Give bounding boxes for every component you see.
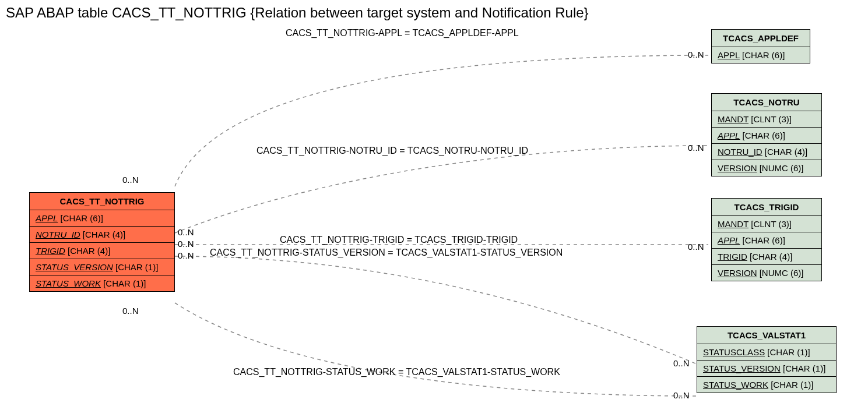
entity-tcacs-valstat1: TCACS_VALSTAT1 STATUSCLASS [CHAR (1)] ST… (697, 326, 837, 393)
cardinality-label: 0..N (122, 175, 139, 185)
entity-tcacs-trigid: TCACS_TRIGID MANDT [CLNT (3)] APPL [CHAR… (711, 198, 822, 281)
relation-label: CACS_TT_NOTTRIG-STATUS_VERSION = TCACS_V… (210, 248, 563, 258)
entity-main-header: CACS_TT_NOTTRIG (30, 193, 174, 210)
relation-label: CACS_TT_NOTTRIG-APPL = TCACS_APPLDEF-APP… (286, 28, 519, 38)
cardinality-label: 0..N (688, 143, 704, 153)
relation-label: CACS_TT_NOTTRIG-TRIGID = TCACS_TRIGID-TR… (280, 235, 518, 245)
entity-main: CACS_TT_NOTTRIG APPL [CHAR (6)] NOTRU_ID… (29, 192, 175, 292)
entity-field: STATUS_WORK [CHAR (1)] (30, 275, 174, 291)
entity-header: TCACS_NOTRU (712, 94, 821, 111)
entity-field: MANDT [CLNT (3)] (712, 216, 821, 232)
entity-field: STATUS_VERSION [CHAR (1)] (697, 361, 836, 377)
entity-field: APPL [CHAR (6)] (712, 232, 821, 249)
cardinality-label: 0..N (688, 242, 704, 252)
cardinality-label: 0..N (122, 306, 139, 316)
entity-field: NOTRU_ID [CHAR (4)] (30, 227, 174, 243)
entity-field: STATUS_WORK [CHAR (1)] (697, 377, 836, 393)
entity-field: MANDT [CLNT (3)] (712, 111, 821, 128)
entity-header: TCACS_TRIGID (712, 199, 821, 216)
entity-field: NOTRU_ID [CHAR (4)] (712, 144, 821, 160)
cardinality-label: 0..N (178, 227, 194, 237)
relation-label: CACS_TT_NOTTRIG-STATUS_WORK = TCACS_VALS… (233, 367, 560, 377)
entity-field: APPL [CHAR (6)] (30, 210, 174, 227)
entity-tcacs-notru: TCACS_NOTRU MANDT [CLNT (3)] APPL [CHAR … (711, 93, 822, 176)
entity-field: VERSION [NUMC (6)] (712, 265, 821, 281)
cardinality-label: 0..N (673, 390, 690, 400)
entity-field: APPL [CHAR (6)] (712, 128, 821, 144)
entity-tcacs-appldef: TCACS_APPLDEF APPL [CHAR (6)] (711, 29, 810, 63)
entity-field: TRIGID [CHAR (4)] (712, 249, 821, 265)
entity-field: STATUSCLASS [CHAR (1)] (697, 344, 836, 361)
entity-field: APPL [CHAR (6)] (712, 47, 810, 63)
entity-field: VERSION [NUMC (6)] (712, 160, 821, 176)
relation-label: CACS_TT_NOTTRIG-NOTRU_ID = TCACS_NOTRU-N… (256, 146, 528, 156)
entity-header: TCACS_APPLDEF (712, 30, 810, 47)
page-title: SAP ABAP table CACS_TT_NOTTRIG {Relation… (6, 5, 589, 21)
entity-header: TCACS_VALSTAT1 (697, 327, 836, 344)
cardinality-label: 0..N (688, 50, 704, 59)
entity-field: STATUS_VERSION [CHAR (1)] (30, 259, 174, 275)
cardinality-label: 0..N (178, 239, 194, 249)
entity-field: TRIGID [CHAR (4)] (30, 243, 174, 259)
cardinality-label: 0..N (178, 250, 194, 260)
cardinality-label: 0..N (673, 358, 690, 368)
